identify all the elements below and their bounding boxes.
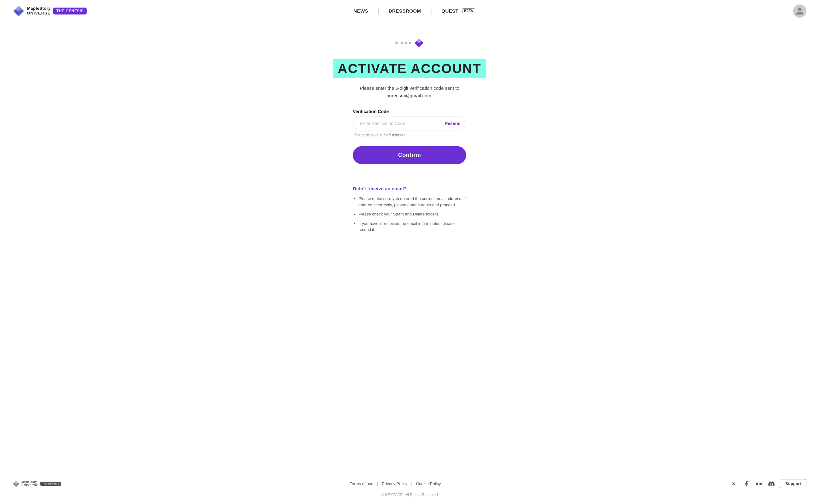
footer-copyright: © NEXPACE. All Rights Reserved (13, 493, 806, 497)
step-dot-4 (409, 42, 411, 44)
discord-icon[interactable] (767, 480, 776, 488)
beta-badge: BETA (462, 9, 475, 13)
resend-button[interactable]: Resend (444, 121, 461, 126)
help-item-2: Please check your Spam and Delete folder… (358, 211, 466, 217)
logo[interactable]: MapleStory UNIVERSE THE GENESIS (13, 5, 87, 17)
footer: MapleStory UNIVERSE THE GENESIS Terms of… (0, 472, 819, 504)
footer-social-area: ✕ ●● Support (730, 479, 806, 488)
step-dots-middle (401, 42, 411, 44)
page-title: ACTIVATE ACCOUNT (333, 59, 486, 78)
footer-cookie-link[interactable]: Cookie Policy (416, 481, 441, 486)
input-wrapper: Resend (353, 117, 466, 130)
footer-privacy-link[interactable]: Privacy Policy (382, 481, 407, 486)
footer-links: Terms of use | Privacy Policy | Cookie P… (350, 481, 441, 486)
footer-social: ✕ ●● (730, 480, 776, 488)
footer-logo-universe: UNIVERSE (21, 484, 38, 487)
footer-terms-link[interactable]: Terms of use (350, 481, 373, 486)
step-dot-1 (395, 41, 398, 44)
code-valid-text: The code is valid for 5 minutes. (353, 133, 466, 137)
help-item-3: If you haven't received the email in 5 m… (358, 221, 466, 233)
footer-logo-diamond-icon (13, 480, 20, 487)
genesis-badge: THE GENESIS (53, 8, 87, 14)
subtitle-line1: Please enter the 5-digit verification co… (360, 85, 459, 91)
field-label: Verification Code (353, 109, 466, 114)
user-avatar[interactable] (793, 4, 806, 18)
nav-quest-area[interactable]: QUEST BETA (432, 8, 475, 14)
step-active-diamond-icon (414, 38, 424, 48)
help-title: Didn't receive an email? (353, 186, 466, 191)
footer-logo-text: MapleStory UNIVERSE (21, 481, 38, 487)
main-nav: NEWS | DRESSROOM | QUEST BETA (344, 8, 475, 14)
header: MapleStory UNIVERSE THE GENESIS NEWS | D… (0, 0, 819, 22)
footer-divider-1: | (377, 481, 378, 486)
nav-news[interactable]: NEWS (344, 8, 378, 14)
footer-genesis-badge: THE GENESIS (40, 482, 61, 486)
help-item-1: Please make sure you entered the correct… (358, 196, 466, 208)
page-title-wrapper: ACTIVATE ACCOUNT (333, 59, 486, 78)
footer-top: MapleStory UNIVERSE THE GENESIS Terms of… (13, 479, 806, 488)
facebook-icon[interactable] (742, 480, 750, 488)
help-list: Please make sure you entered the correct… (353, 196, 466, 233)
step-dot-2 (401, 42, 403, 44)
steps-indicator (395, 38, 424, 48)
logo-text: MapleStory UNIVERSE (27, 6, 51, 15)
nav-quest[interactable]: QUEST (432, 8, 460, 14)
logo-diamond-icon (13, 5, 25, 17)
subtitle-line2: purerism@gmail.com. (387, 93, 432, 98)
nav-dressroom[interactable]: DRESSROOM (379, 8, 431, 14)
footer-logo: MapleStory UNIVERSE THE GENESIS (13, 480, 61, 487)
main-content: ACTIVATE ACCOUNT Please enter the 5-digi… (0, 22, 819, 472)
confirm-button[interactable]: Confirm (353, 146, 466, 164)
avatar-icon (795, 7, 804, 15)
twitter-icon[interactable]: ✕ (730, 480, 738, 488)
form-area: Verification Code Resend The code is val… (353, 109, 466, 177)
section-divider (353, 177, 466, 177)
page-subtitle: Please enter the 5-digit verification co… (360, 84, 459, 100)
logo-universe: UNIVERSE (27, 11, 51, 15)
footer-divider-2: | (411, 481, 412, 486)
step-dot-3 (405, 42, 407, 44)
logo-maplestory: MapleStory (27, 6, 51, 11)
help-section: Didn't receive an email? Please make sur… (353, 186, 466, 236)
medium-icon[interactable]: ●● (755, 480, 763, 488)
support-button[interactable]: Support (780, 479, 806, 488)
copyright-text: © NEXPACE. All Rights Reserved (381, 493, 438, 497)
